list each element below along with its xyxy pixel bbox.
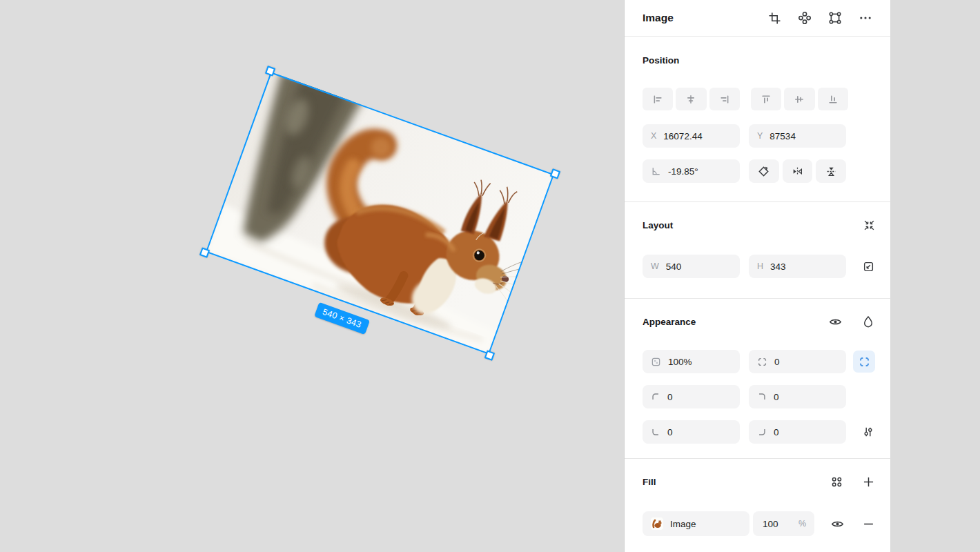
corner-bottom-left-value: 0 (667, 427, 673, 437)
width-field[interactable]: W 540 (643, 255, 740, 278)
fill-heading: Fill (643, 477, 656, 487)
plus-icon[interactable] (861, 475, 875, 489)
xy-row: X 16072.44 Y 87534 (643, 124, 875, 148)
flip-vertical-icon[interactable] (816, 159, 846, 183)
panel-title: Image (643, 12, 765, 24)
corner-top-right-value: 0 (774, 392, 779, 402)
x-label: X (651, 131, 656, 141)
x-field[interactable]: X 16072.44 (643, 124, 740, 148)
selected-image-frame[interactable]: 540 × 343 (206, 72, 554, 355)
opacity-field[interactable]: 100% (643, 350, 740, 373)
fill-eye-icon[interactable] (831, 517, 844, 531)
fill-type-label: Image (670, 519, 696, 529)
rotation-row: -19.85° (643, 159, 875, 183)
align-right-icon[interactable] (709, 88, 740, 110)
corner-top-left-field[interactable]: 0 (643, 385, 740, 408)
remove-fill-icon[interactable] (862, 517, 875, 531)
y-value: 87534 (770, 131, 796, 141)
fill-opacity-field[interactable]: 100 % (753, 511, 814, 536)
width-label: W (651, 262, 659, 271)
angle-icon (651, 166, 661, 177)
appearance-section: Appearance (625, 315, 890, 459)
corner-top-right-field[interactable]: 0 (749, 385, 846, 408)
x-value: 16072.44 (663, 131, 702, 141)
opacity-radius-row: 100% 0 (643, 350, 875, 373)
align-horizontal-center-icon[interactable] (676, 88, 706, 110)
height-field[interactable]: H 343 (749, 255, 846, 278)
corner-top-right-icon (757, 392, 767, 402)
crop-icon[interactable] (765, 8, 784, 28)
position-section: Position (625, 55, 890, 202)
sliders-icon[interactable] (861, 425, 875, 439)
rotation-field[interactable]: -19.85° (643, 159, 740, 183)
styles-grid-icon[interactable] (830, 475, 843, 489)
fill-thumbnail (651, 518, 663, 530)
align-top-icon[interactable] (751, 88, 781, 110)
fill-percent-sign: % (798, 519, 806, 529)
corner-bottom-right-field[interactable]: 0 (749, 420, 846, 444)
opacity-grid-icon (651, 357, 661, 367)
corner-bottom-right-value: 0 (774, 427, 779, 437)
height-label: H (757, 262, 763, 271)
corner-brackets-icon (757, 357, 767, 367)
fill-section: Fill (625, 475, 890, 536)
corner-bottom-left-icon (651, 427, 660, 437)
corner-bottom-right-icon (757, 427, 767, 437)
flip-horizontal-icon[interactable] (783, 159, 813, 183)
appearance-heading: Appearance (643, 317, 696, 327)
align-left-icon[interactable] (643, 88, 673, 110)
layout-section: Layout W 540 H 343 (625, 219, 890, 299)
eye-icon[interactable] (828, 315, 842, 328)
height-value: 343 (770, 262, 786, 272)
size-row: W 540 H 343 (643, 255, 875, 278)
aspect-ratio-icon[interactable] (861, 259, 875, 273)
y-field[interactable]: Y 87534 (749, 124, 846, 148)
droplet-icon[interactable] (861, 315, 875, 328)
layout-heading: Layout (643, 220, 673, 230)
opacity-value: 100% (668, 357, 692, 367)
corner-bottom-left-field[interactable]: 0 (643, 420, 740, 444)
frame-handles-icon[interactable] (825, 8, 845, 28)
align-vertical-center-icon[interactable] (784, 88, 814, 110)
squirrel-image[interactable] (206, 72, 554, 355)
corner-row-bottom: 0 0 (643, 420, 875, 444)
squirrel-artwork (206, 72, 554, 355)
fill-row: Image 100 % (643, 511, 875, 536)
corner-radius-value: 0 (774, 357, 780, 367)
panel-header: Image (625, 0, 890, 37)
resize-handle-bottom-right[interactable] (484, 351, 495, 361)
shrink-icon[interactable] (863, 219, 875, 231)
right-gutter (890, 0, 980, 552)
corner-radius-field[interactable]: 0 (749, 350, 846, 373)
rotation-value: -19.85° (668, 166, 698, 177)
alignment-row (643, 88, 875, 110)
rotate-icon[interactable] (749, 159, 779, 183)
independent-corners-toggle[interactable] (853, 351, 875, 373)
corner-top-left-value: 0 (667, 392, 673, 402)
properties-panel: Image (625, 0, 890, 552)
fill-type-field[interactable]: Image (643, 511, 749, 536)
width-value: 540 (666, 262, 682, 272)
resize-handle-bottom-left[interactable] (199, 247, 210, 257)
align-bottom-icon[interactable] (818, 88, 848, 110)
corner-top-left-icon (651, 392, 660, 402)
fill-opacity-value: 100 (763, 519, 778, 529)
position-heading: Position (643, 55, 679, 66)
actions-icon[interactable] (795, 8, 814, 28)
y-label: Y (757, 131, 763, 141)
more-icon[interactable] (856, 8, 875, 28)
corner-row-top: 0 0 (643, 385, 875, 408)
